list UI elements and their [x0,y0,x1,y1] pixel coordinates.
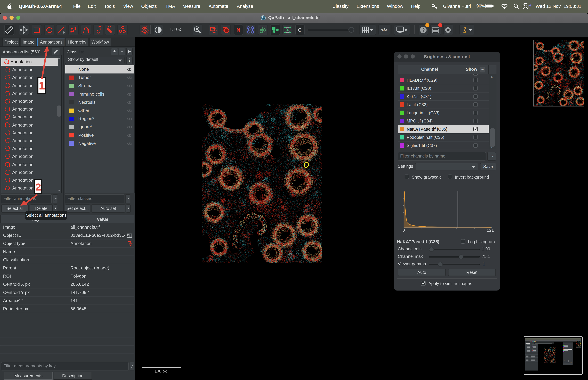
svg-text:121: 121 [487,228,494,232]
svg-text:0: 0 [402,228,405,232]
svg-text:S: S [143,27,146,33]
svg-text:?: ? [422,27,425,33]
